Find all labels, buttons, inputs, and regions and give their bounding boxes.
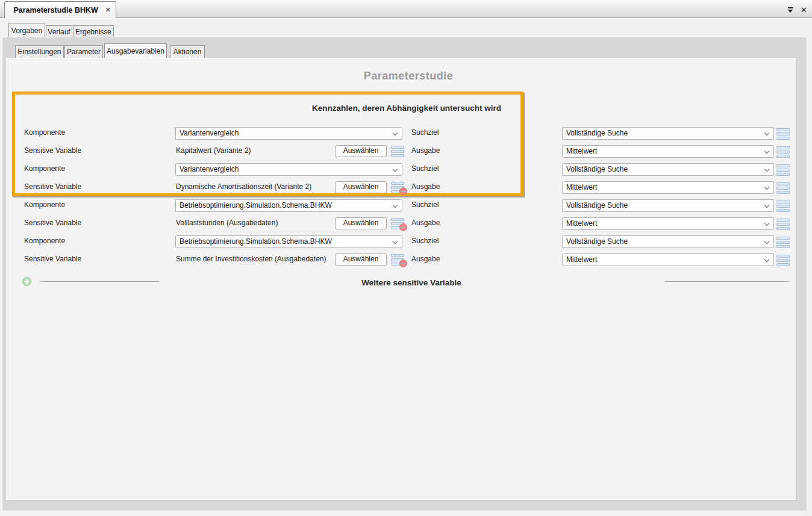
sensitive-variable-label: Sensitive Variable: [24, 255, 81, 263]
suchziel-list-icon[interactable]: [776, 200, 790, 212]
document-tab-title: Parameterstudie BHKW: [13, 6, 98, 14]
komponente-select[interactable]: Variantenvergleich: [175, 127, 402, 140]
suchziel-list-icon[interactable]: [776, 237, 790, 248]
divider-left: [40, 281, 160, 282]
sensitive-variable-value: Dynamische Amortisationszeit (Variante 2…: [176, 182, 311, 191]
ausgabe-label: Ausgabe: [411, 182, 440, 191]
footer-section-title: Weitere sensitive Variable: [361, 278, 461, 287]
remove-badge-icon[interactable]: [399, 223, 407, 231]
page-title: Parameterstudie: [364, 70, 454, 82]
chevron-down-icon: [764, 185, 769, 190]
suchziel-list-icon[interactable]: [776, 164, 790, 176]
suchziel-label: Suchziel: [411, 237, 439, 245]
chevron-down-icon: [764, 257, 769, 262]
ausgabe-select[interactable]: Mittelwert: [562, 145, 774, 158]
remove-badge-icon[interactable]: [399, 260, 407, 267]
suchziel-label: Suchziel: [411, 164, 439, 173]
auswaehlen-button[interactable]: Auswählen: [335, 145, 387, 157]
sensitive-variable-value: Kapitalwert (Variante 2): [176, 146, 251, 155]
window-list-menu-icon[interactable]: [788, 7, 793, 13]
ausgabe-select[interactable]: Mittelwert: [562, 217, 774, 230]
divider-right: [664, 281, 789, 282]
suchziel-label: Suchziel: [411, 200, 439, 209]
document-tab-close-icon[interactable]: ✕: [105, 6, 111, 14]
komponente-select[interactable]: Variantenvergleich: [175, 163, 402, 176]
komponente-label: Komponente: [24, 237, 65, 245]
chevron-down-icon: [764, 131, 769, 135]
suchziel-label: Suchziel: [411, 128, 439, 137]
chevron-down-icon: [393, 203, 398, 208]
ausgabe-list-icon[interactable]: [776, 146, 790, 158]
chevron-down-icon: [764, 203, 769, 208]
tab-ergebnisse[interactable]: Ergebnisse: [73, 25, 114, 37]
suchziel-list-icon[interactable]: [776, 128, 790, 140]
document-tab-bar: [0, 0, 812, 18]
variable-list-icon[interactable]: [391, 146, 404, 157]
chevron-down-icon: [393, 167, 398, 172]
window-close-icon[interactable]: ✕: [801, 5, 807, 14]
ausgabe-label: Ausgabe: [411, 219, 440, 227]
suchziel-select[interactable]: Vollständige Suche: [562, 199, 774, 212]
suchziel-select[interactable]: Vollständige Suche: [562, 163, 774, 176]
ausgabe-label: Ausgabe: [411, 146, 440, 155]
sensitive-variable-value: Volllaststunden (Ausgabedaten): [176, 219, 278, 227]
tab-parameter[interactable]: Parameter: [64, 45, 103, 58]
tab-vorgaben[interactable]: Vorgaben: [8, 23, 45, 37]
komponente-select[interactable]: Betriebsoptimierung.Simulation.Schema.BH…: [175, 199, 402, 212]
suchziel-select[interactable]: Vollständige Suche: [562, 235, 774, 248]
ausgabe-label: Ausgabe: [411, 255, 440, 263]
auswaehlen-button[interactable]: Auswählen: [335, 217, 387, 229]
komponente-label: Komponente: [24, 164, 65, 173]
ausgabe-list-icon[interactable]: [776, 255, 790, 266]
tab-ausgabevariablen[interactable]: Ausgabevariablen: [104, 43, 167, 58]
chevron-down-icon: [764, 221, 769, 226]
ausgabe-list-icon[interactable]: [776, 219, 790, 230]
add-variable-button[interactable]: [22, 277, 31, 286]
variable-list-icon[interactable]: [391, 254, 404, 266]
chevron-down-icon: [393, 239, 398, 244]
remove-badge-icon[interactable]: [399, 187, 407, 195]
sensitive-variable-label: Sensitive Variable: [24, 182, 81, 191]
chevron-down-icon: [764, 239, 769, 244]
chevron-down-icon: [393, 131, 398, 135]
ausgabe-select[interactable]: Mittelwert: [562, 181, 774, 194]
ausgabe-select[interactable]: Mittelwert: [562, 253, 774, 266]
highlight-section-title: Kennzahlen, deren Abhängigkeit untersuch…: [312, 104, 501, 113]
auswaehlen-button[interactable]: Auswählen: [335, 181, 387, 193]
tab-aktionen[interactable]: Aktionen: [170, 45, 205, 58]
chevron-down-icon: [764, 149, 769, 154]
komponente-label: Komponente: [24, 128, 65, 137]
app-window: { "window": { "doc_tab_title": "Paramete…: [0, 0, 812, 516]
sensitive-variable-label: Sensitive Variable: [24, 146, 81, 155]
sensitive-variable-value: Summe der Investitionskosten (Ausgabedat…: [176, 255, 326, 263]
document-tab[interactable]: Parameterstudie BHKW ✕: [4, 1, 116, 18]
ausgabe-list-icon[interactable]: [776, 182, 790, 194]
suchziel-select[interactable]: Vollständige Suche: [562, 127, 774, 140]
variable-list-icon[interactable]: [391, 218, 404, 229]
chevron-down-icon: [764, 167, 769, 172]
komponente-label: Komponente: [24, 200, 65, 209]
window-buttons: ✕: [788, 5, 807, 14]
tab-verlauf[interactable]: Verlauf: [46, 25, 72, 37]
komponente-select[interactable]: Betriebsoptimierung.Simulation.Schema.BH…: [175, 235, 402, 248]
auswaehlen-button[interactable]: Auswählen: [335, 253, 387, 266]
variable-list-icon[interactable]: [391, 182, 404, 193]
sensitive-variable-label: Sensitive Variable: [24, 219, 81, 227]
tab-einstellungen[interactable]: Einstellungen: [15, 45, 64, 58]
